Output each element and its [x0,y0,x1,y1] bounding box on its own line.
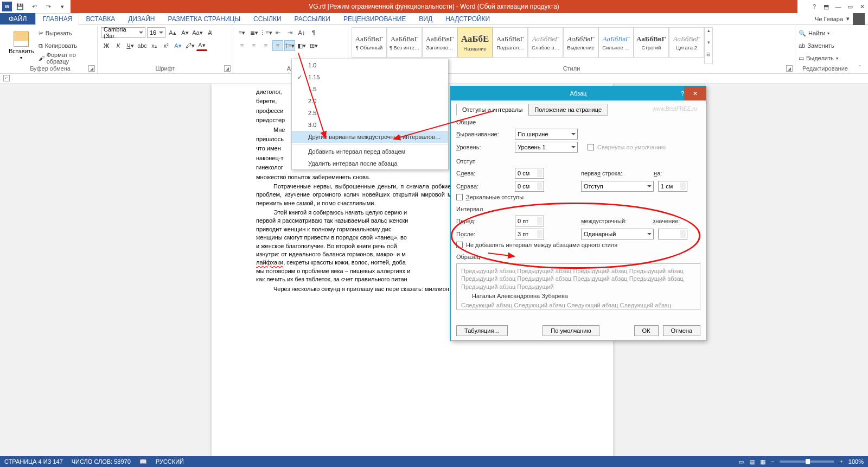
show-marks-icon[interactable]: ¶ [308,27,319,38]
sort-icon[interactable]: A↕ [296,27,307,38]
styles-launcher[interactable]: ◢ [786,65,793,72]
default-button[interactable]: По умолчанию [542,325,599,336]
space-before-spin[interactable]: 0 пт [515,216,544,226]
zoom-level[interactable]: 100% [848,458,864,465]
redo-icon[interactable]: ↷ [42,1,54,12]
ok-button[interactable]: ОК [634,325,659,336]
save-icon[interactable]: 💾 [14,1,26,12]
numbering-icon[interactable]: ≣▾ [248,27,259,38]
align-left-icon[interactable]: ≡ [237,40,247,51]
align-center-icon[interactable]: ≡ [248,40,259,51]
style-item[interactable]: АаБбВвГСлабое в… [528,27,563,58]
replace-button[interactable]: abЗаменить [799,40,852,52]
multilevel-icon[interactable]: ⋮≡▾ [260,27,271,38]
justify-icon[interactable]: ≡ [272,40,283,51]
linespacing-combo[interactable]: Одинарный [581,229,654,239]
superscript-icon[interactable]: x² [161,40,171,51]
tab-references[interactable]: ССЫЛКИ [247,13,288,24]
ls-add-before[interactable]: Добавить интервал перед абзацем [292,146,448,157]
help-icon[interactable]: ? [808,1,820,12]
zoom-out-icon[interactable]: − [771,458,774,465]
decrease-indent-icon[interactable]: ⇤ [272,27,283,38]
linespacing-at-spin[interactable] [658,229,687,239]
style-item[interactable]: АаБбВвГСильное … [598,27,634,58]
dialog-close-icon[interactable]: ✕ [684,86,706,100]
shrink-font-icon[interactable]: A▾ [180,27,190,38]
firstline-by-spin[interactable]: 1 см [658,181,687,192]
tabs-button[interactable]: Табуляция… [456,325,508,336]
outline-combo[interactable]: Уровень 1 [515,142,578,153]
font-launcher[interactable]: ◢ [224,65,231,72]
italic-icon[interactable]: К [113,40,124,51]
font-name-combo[interactable]: Cambria (Заг [101,27,145,38]
nosame-checkbox[interactable]: Не добавлять интервал между абзацами одн… [456,242,700,248]
tab-home[interactable]: ГЛАВНАЯ [35,13,79,25]
proofing-icon[interactable]: 📖 [139,458,147,465]
strike-icon[interactable]: abc [137,40,148,51]
qat-customize-icon[interactable]: ▾ [56,1,68,12]
cancel-button[interactable]: Отмена [663,325,700,336]
underline-icon[interactable]: Ч▾ [125,40,136,51]
font-size-combo[interactable]: 16 [147,27,165,38]
mirror-checkbox[interactable]: Зеркальные отступы [456,194,700,200]
highlight-icon[interactable]: 🖍▾ [184,40,195,51]
tab-insert[interactable]: ВСТАВКА [79,13,122,24]
firstline-combo[interactable]: Отступ [581,181,654,192]
user-area[interactable]: Че Гевара ▾ [815,13,868,24]
ls-more[interactable]: Другие варианты междустрочных интервалов… [292,131,448,143]
paste-button[interactable]: Вставить ▾ [7,27,36,64]
ribbon-options-icon[interactable]: ⬒ [820,1,832,12]
style-item[interactable]: АаБбВвГПодзагол… [493,27,528,58]
collapse-ribbon-icon[interactable]: ˆ [855,26,865,73]
style-item[interactable]: АаБбВвГ¶ Без инте… [387,27,422,58]
dlg-tab-indents[interactable]: Отступы и интервалы [456,104,528,116]
bold-icon[interactable]: Ж [101,40,112,51]
close-icon[interactable]: ✕ [856,1,868,12]
ls-remove-after[interactable]: Удалить интервал после абзаца [292,157,448,169]
text-effects-icon[interactable]: A▾ [173,40,183,51]
ls-15[interactable]: 1.5 [292,83,448,95]
web-layout-icon[interactable]: ▦ [760,458,765,465]
styles-more-button[interactable]: ▴▾⊟ [704,27,713,64]
style-item[interactable]: АаБбВвГЗаголово… [422,27,457,58]
undo-icon[interactable]: ↶ [28,1,40,12]
dialog-titlebar[interactable]: Абзац ? ✕ [451,86,706,100]
zoom-slider[interactable] [780,460,834,463]
tab-layout[interactable]: РАЗМЕТКА СТРАНИЦЫ [162,13,247,24]
tab-design[interactable]: ДИЗАЙН [122,13,161,24]
ls-30[interactable]: 3.0 [292,119,448,131]
clear-format-icon[interactable]: A̷ [205,27,215,38]
select-button[interactable]: ▭Выделить▾ [799,52,852,64]
style-item[interactable]: АаБбВвГВыделение [563,27,598,58]
borders-icon[interactable]: ⊞▾ [308,40,319,51]
subscript-icon[interactable]: x₂ [149,40,159,51]
align-right-icon[interactable]: ≡ [260,40,271,51]
copy-button[interactable]: ⧉Копировать [39,40,94,52]
style-item[interactable]: АаБбВвГСтрогий [634,27,669,58]
indent-right-spin[interactable]: 0 см [515,181,544,192]
read-mode-icon[interactable]: ▭ [738,458,744,465]
print-layout-icon[interactable]: ▤ [749,458,755,465]
ls-115[interactable]: 1.15 [292,71,448,83]
tab-addins[interactable]: НАДСТРОЙКИ [439,13,496,24]
font-color-icon[interactable]: A▾ [196,40,207,51]
tab-view[interactable]: ВИД [412,13,439,24]
tab-file[interactable]: ФАЙЛ [0,13,35,24]
style-item[interactable]: АаБбВвГЦитата 2 [669,27,704,58]
tab-selector-icon[interactable]: ⌐ [3,75,10,81]
clipboard-launcher[interactable]: ◢ [88,65,95,72]
format-painter-button[interactable]: 🖌Формат по образцу [39,52,94,64]
bullets-icon[interactable]: ≡▾ [237,27,247,38]
line-spacing-icon[interactable]: ‡≡▾ [284,40,295,51]
ls-10[interactable]: 1.0 [292,59,448,71]
zoom-in-icon[interactable]: + [839,458,843,465]
cut-button[interactable]: ✂Вырезать [39,27,94,39]
change-case-icon[interactable]: Aa▾ [192,27,203,38]
find-button[interactable]: 🔍Найти▾ [799,27,852,39]
indent-left-spin[interactable]: 0 см [515,168,544,179]
maximize-icon[interactable]: ▭ [844,1,856,12]
tab-mailings[interactable]: РАССЫЛКИ [288,13,337,24]
shading-icon[interactable]: ◧▾ [296,40,307,51]
minimize-icon[interactable]: — [832,1,844,12]
space-after-spin[interactable]: 3 пт [515,229,544,239]
